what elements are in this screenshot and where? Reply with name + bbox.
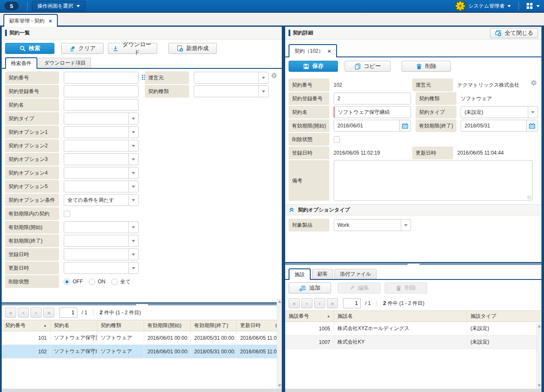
scroll-down-icon[interactable] [538, 384, 541, 387]
page-input[interactable] [60, 307, 77, 318]
delete-state-checkbox[interactable] [334, 136, 340, 143]
term-end-input[interactable] [461, 120, 526, 131]
table-row[interactable]: 101 ソフトウェア保守新規 ソフトウェア 2016/06/01 00:00: … [2, 331, 282, 345]
add-list-icon [299, 285, 306, 291]
search-button[interactable]: 検索 [5, 43, 54, 54]
term-end-select[interactable] [64, 235, 139, 247]
tab-attachment[interactable]: 添付ファイル [334, 269, 377, 279]
notification-badge[interactable]: 5 [4, 2, 19, 10]
option-type-section-header[interactable]: 契約オプションタイプ [285, 204, 541, 215]
tab-search-conditions[interactable]: 検索条件 [5, 57, 37, 69]
user-menu[interactable]: システム管理者 [468, 3, 511, 10]
contract-type-select[interactable]: (未設定) [461, 106, 538, 118]
next-page-button[interactable]: › [31, 307, 42, 318]
option5-select[interactable] [64, 180, 139, 192]
target-product-select[interactable]: Work [334, 219, 411, 231]
tab-customer-contract[interactable]: 顧客管理 - 契約 × [3, 14, 58, 27]
option3-select[interactable] [64, 153, 139, 165]
option1-select[interactable] [64, 126, 139, 138]
tab-customer[interactable]: 顧客 [312, 269, 333, 279]
calendar-icon[interactable] [526, 120, 538, 131]
term-start-input[interactable] [334, 120, 399, 131]
screen-select-button[interactable]: 操作画面を選択 [32, 1, 85, 11]
column-header[interactable]: 契約種類 [97, 320, 144, 331]
contract-name-input[interactable] [334, 106, 411, 118]
tab-download-items[interactable]: ダウンロード項目 [39, 58, 91, 68]
avatar[interactable] [456, 1, 465, 11]
horizontal-scrollbar[interactable] [2, 389, 282, 392]
first-page-button[interactable]: « [5, 307, 16, 318]
radio-off[interactable] [64, 279, 70, 285]
column-header[interactable]: 施設タイプ [467, 311, 541, 321]
column-header[interactable]: 契約番号▲ [2, 320, 51, 331]
create-new-button[interactable]: 新規作成 [168, 43, 217, 54]
prev-page-button[interactable]: ‹ [301, 298, 312, 308]
horizontal-scrollbar[interactable] [285, 389, 541, 392]
table-row[interactable]: 1005 株式会社XYZホールディングス (未設定) [285, 322, 541, 336]
gear-icon[interactable] [530, 79, 537, 87]
topbar-divider [518, 2, 519, 10]
column-header[interactable]: 施設番号▲ [285, 311, 334, 321]
scroll-up-icon[interactable] [538, 325, 541, 327]
page-input[interactable] [343, 298, 361, 308]
column-header[interactable]: 施設名 [334, 311, 467, 321]
within-term-checkbox[interactable] [64, 211, 70, 217]
resize-grip-icon[interactable] [527, 196, 531, 200]
reg-date-select[interactable] [64, 248, 139, 260]
contract-no-input[interactable] [64, 72, 139, 84]
upd-date-select[interactable] [64, 262, 139, 274]
option2-select[interactable] [64, 140, 139, 152]
vertical-scrollbar[interactable] [277, 299, 282, 389]
contract-name-input[interactable] [64, 99, 139, 111]
option4-select[interactable] [64, 167, 139, 179]
column-header[interactable]: 有効期限(開始) [144, 320, 191, 331]
radio-all[interactable] [111, 279, 118, 285]
contract-kind-select[interactable] [194, 85, 269, 97]
tab-contract-102[interactable]: 契約（102） × [289, 44, 337, 57]
column-header[interactable]: 更新日時 [237, 320, 275, 331]
gear-icon[interactable] [271, 72, 278, 80]
calendar-icon[interactable] [399, 120, 411, 131]
operator-select[interactable] [194, 72, 269, 84]
delete-button[interactable]: 削除 [402, 61, 451, 72]
term-start-select[interactable] [64, 221, 139, 233]
next-page-button[interactable]: › [314, 298, 325, 308]
copy-button[interactable]: コピー [345, 61, 391, 72]
last-page-button[interactable]: » [43, 307, 54, 318]
last-page-button[interactable]: » [327, 298, 338, 308]
column-header[interactable]: 契約名 [51, 320, 97, 331]
field-label: 契約オプション4 [5, 166, 59, 179]
close-icon[interactable]: × [328, 48, 331, 54]
contract-reg-no-input[interactable] [334, 93, 411, 104]
horizontal-splitter[interactable] [285, 262, 541, 265]
save-button[interactable]: 保存 [289, 61, 338, 72]
add-button[interactable]: 追加 [289, 282, 331, 293]
prev-page-button[interactable]: ‹ [18, 307, 29, 318]
remarks-textarea[interactable] [334, 160, 533, 201]
delete-row-button[interactable]: 削除 [385, 282, 427, 293]
table-header-row: 契約番号▲ 契約名 契約種類 有効期限(開始) 有効期限(終了) 更新日時 [2, 320, 282, 331]
contract-reg-no-input[interactable] [64, 85, 139, 97]
close-icon[interactable]: × [49, 18, 52, 24]
download-button[interactable]: ダウンロード [108, 43, 157, 54]
contract-list-panel: 契約一覧 検索 クリア ダウンロード 新規作成 [0, 27, 282, 392]
radio-on[interactable] [89, 279, 95, 285]
close-all-button[interactable]: 全て閉じる [490, 28, 538, 38]
table-row[interactable]: 1007 株式会社KY (未設定) [285, 336, 541, 349]
apps-menu[interactable] [527, 3, 540, 9]
option-condition-select[interactable]: 全ての条件を満たす [64, 194, 139, 206]
save-icon [303, 63, 309, 70]
tab-facility[interactable]: 施設 [289, 268, 311, 280]
scroll-up-icon[interactable] [278, 300, 281, 303]
panel-divider[interactable] [282, 27, 285, 392]
first-page-button[interactable]: « [289, 298, 300, 308]
horizontal-splitter[interactable] [2, 302, 282, 305]
vertical-scrollbar[interactable] [536, 323, 541, 389]
column-header[interactable]: 有効期限(終了) [191, 320, 237, 331]
scroll-down-icon[interactable] [278, 384, 281, 387]
clear-button[interactable]: クリア [61, 43, 104, 54]
table-row-selected[interactable]: 102 ソフトウェア保守継続 ソフトウェア 2016/06/01 00:00: … [2, 345, 282, 358]
edit-button[interactable]: 編集 [338, 282, 380, 293]
detail-tab-strip: 契約（102） × [285, 39, 541, 57]
contract-type-select[interactable] [64, 113, 139, 124]
